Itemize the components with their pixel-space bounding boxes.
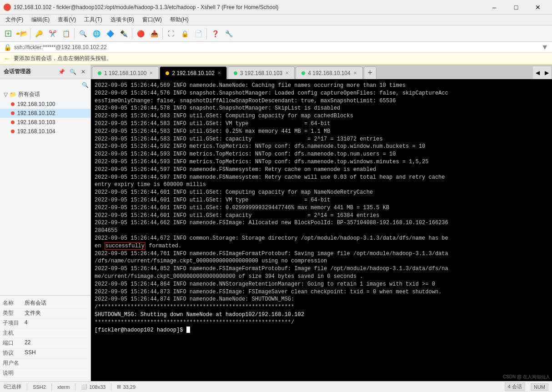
toolbar: 📂 🔑 ✂️ 📋 🔍 🌐 🔷 ✒️ 🔴 📥 ⛶ 🔒 📄 ❓ 🔧 — [0, 25, 552, 42]
terminal-cursor — [186, 327, 190, 333]
toolbar-sep-4 — [162, 28, 163, 39]
prop-host: 主机 — [3, 328, 88, 338]
menu-help[interactable]: 帮助(H) — [166, 15, 192, 25]
toolbar-btn-12[interactable]: ⛶ — [165, 27, 177, 40]
session-dot-104 — [11, 130, 15, 133]
toolbar-btn-5[interactable]: 📋 — [60, 27, 72, 40]
tab-add-button[interactable]: + — [364, 66, 376, 79]
sidebar-item-104[interactable]: 192.168.10.104 — [0, 127, 90, 136]
notice-bar: ← 要添加当前会话，点击左侧的箭头按钮。 — [0, 53, 552, 65]
sidebar-item-100[interactable]: 192.168.10.100 — [0, 100, 90, 109]
ssh-bar: 🔒 ssh://fickler:******@192.168.10.102:22… — [0, 42, 552, 53]
toolbar-btn-9[interactable]: ✒️ — [117, 27, 130, 40]
sidebar-item-102[interactable]: 192.168.10.102 — [0, 109, 90, 118]
toolbar-sep-1 — [30, 28, 30, 39]
toolbar-btn-7[interactable]: 🌐 — [90, 27, 103, 40]
terminal-line: 2022-09-05 15:26:44,592 INFO metrics.Top… — [95, 143, 548, 151]
status-ssh2: SSH2 — [33, 384, 46, 390]
toolbar-btn-13[interactable]: 🔒 — [178, 27, 191, 40]
menu-tools[interactable]: 工具(T) — [80, 15, 105, 25]
toolbar-btn-10[interactable]: 🔴 — [134, 27, 147, 40]
session-label-100: 192.168.10.100 — [17, 101, 55, 107]
tab-103[interactable]: 3 192.168.10.103 ✕ — [228, 66, 295, 79]
terminal-line: essTimeOnlyChange: false, snapshotDiffAl… — [95, 97, 548, 105]
tab-104[interactable]: 4 192.168.10.104 ✕ — [296, 66, 362, 79]
menu-bar: 文件(F) 编辑(E) 查看(V) 工具(T) 选项卡(B) 窗口(W) 帮助(… — [0, 15, 552, 25]
menu-edit[interactable]: 编辑(E) — [28, 15, 53, 25]
terminal-line: [fickler@hadoop102 hadoop]$ — [95, 327, 548, 334]
prop-port-value: 22 — [25, 339, 30, 347]
maximize-button[interactable]: □ — [506, 1, 527, 14]
terminal-line: 2022-09-05 15:26:44,583 INFO util.GSet: … — [95, 136, 548, 143]
ssh-bar-dropdown[interactable]: ▼ — [541, 43, 548, 51]
status-sep-2 — [51, 383, 52, 391]
prop-protocol-value: SSH — [25, 349, 36, 357]
terminal-line: 2804655 — [95, 227, 548, 235]
status-right: 4 会话 NUM — [505, 382, 548, 391]
main-area: 会话管理器 📌 🔍 ✕ 🔍 ▽ 📁 所有会话 192.168.10.100 — [0, 65, 552, 381]
tree-search-icon[interactable]: 🔍 — [82, 82, 89, 88]
menu-file[interactable]: 文件(F) — [2, 15, 27, 25]
toolbar-btn-8[interactable]: 🔷 — [104, 27, 116, 40]
toolbar-btn-14[interactable]: 📄 — [192, 27, 205, 40]
ssh-address: ssh://fickler:******@192.168.10.102:22 — [14, 44, 107, 50]
toolbar-btn-3[interactable]: 🔑 — [32, 27, 45, 40]
content-area: 1 192.168.10.100 ✕ 2 192.168.10.102 ✕ 3 … — [91, 65, 552, 381]
tab-dot-100 — [98, 71, 101, 75]
menu-window[interactable]: 窗口(W) — [139, 15, 166, 25]
prop-children-label: 子项目 — [3, 319, 25, 327]
session-dot-102 — [11, 111, 15, 115]
prop-desc: 说明 — [3, 368, 88, 378]
prop-host-label: 主机 — [3, 329, 25, 337]
tab-close-102[interactable]: ✕ — [217, 70, 221, 75]
terminal-line: me/current/fsimage.ckpt_0000000000000000… — [95, 273, 548, 281]
close-button[interactable]: ✕ — [527, 1, 548, 14]
toolbar-btn-15[interactable]: ❓ — [209, 27, 221, 40]
tab-bar: 1 192.168.10.100 ✕ 2 192.168.10.102 ✕ 3 … — [91, 65, 552, 79]
toolbar-open-btn[interactable]: 📂 — [15, 27, 28, 40]
session-dot-103 — [11, 121, 15, 124]
sidebar-root-item[interactable]: ▽ 📁 所有会话 — [0, 89, 90, 100]
sidebar-tree: 🔍 ▽ 📁 所有会话 192.168.10.100 192.168.10.102… — [0, 79, 90, 295]
sidebar-item-103[interactable]: 192.168.10.103 — [0, 118, 90, 127]
tab-close-103[interactable]: ✕ — [285, 70, 289, 75]
toolbar-btn-6[interactable]: 🔍 — [76, 27, 89, 40]
status-sep-4 — [111, 383, 111, 391]
terminal-line: 2022-09-05 15:26:44,601 INFO util.GSet: … — [95, 196, 548, 204]
tab-102[interactable]: 2 192.168.10.102 ✕ — [160, 66, 226, 79]
lock-icon: 🔒 — [4, 44, 11, 51]
prop-type: 类型 文件夹 — [3, 308, 88, 318]
terminal-line: SHUTDOWN_MSG: Shutting down NameNode at … — [95, 311, 548, 319]
prop-desc-label: 说明 — [3, 369, 25, 377]
prop-port: 端口 22 — [3, 338, 88, 348]
terminal-line: en successfully formatted. — [95, 242, 548, 250]
sidebar-pin-btn[interactable]: 📌 — [57, 68, 66, 76]
sidebar-close-btn[interactable]: ✕ — [80, 68, 87, 76]
terminal-line: 2022-09-05 15:26:44,874 INFO namenode.Na… — [95, 296, 548, 303]
status-num: NUM — [531, 383, 548, 391]
toolbar-btn-4[interactable]: ✂️ — [46, 27, 59, 40]
minimize-button[interactable]: – — [484, 1, 505, 14]
menu-view[interactable]: 查看(V) — [54, 15, 80, 25]
tab-next-btn[interactable]: ▶ — [542, 66, 551, 79]
terminal-line: 2022-09-05 15:26:44,601 INFO util.GSet: … — [95, 204, 548, 212]
notice-text: 要添加当前会话，点击左侧的箭头按钮。 — [14, 55, 112, 62]
status-sep-1 — [27, 383, 27, 391]
menu-tabs[interactable]: 选项卡(B) — [107, 15, 138, 25]
terminal-line: /***************************************… — [95, 303, 548, 311]
terminal-line: /dfs/name/current/fsimage.ckpt_000000000… — [95, 257, 548, 265]
tab-close-100[interactable]: ✕ — [149, 70, 153, 75]
tab-close-104[interactable]: ✕ — [353, 70, 357, 75]
title-bar: 192.168.10.102 - fickler@hadoop102:/opt/… — [0, 0, 552, 15]
tab-prev-btn[interactable]: ◀ — [533, 66, 542, 79]
toolbar-btn-11[interactable]: 📥 — [148, 27, 161, 40]
sidebar-search-btn[interactable]: 🔍 — [68, 68, 78, 76]
toolbar-sep-2 — [74, 28, 75, 39]
properties-panel: 名称 所有会话 类型 文件夹 子项目 4 主机 端口 22 协议 SSH — [0, 295, 90, 381]
toolbar-new-btn[interactable] — [2, 27, 15, 40]
terminal[interactable]: 2022-09-05 15:26:44,569 INFO namenode.Na… — [91, 79, 552, 381]
terminal-line: 2022-09-05 15:26:44,601 INFO util.GSet: … — [95, 189, 548, 196]
tab-100[interactable]: 1 192.168.10.100 ✕ — [92, 66, 159, 79]
toolbar-btn-16[interactable]: 🔧 — [222, 27, 235, 40]
tab-label-104: 4 192.168.10.104 — [308, 70, 350, 76]
